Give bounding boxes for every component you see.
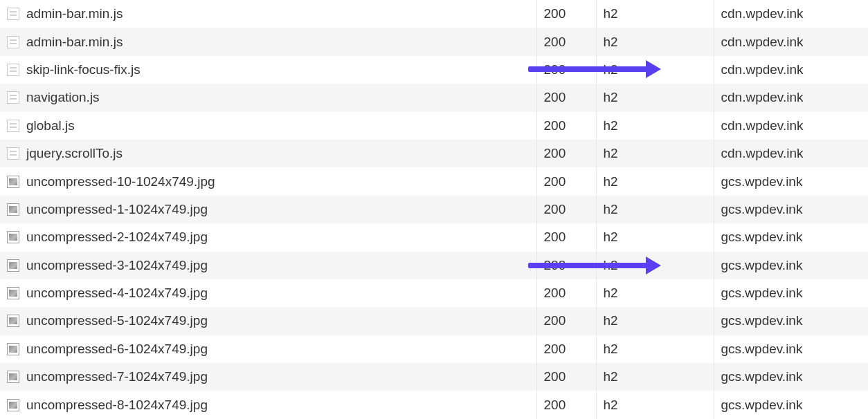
request-domain: gcs.wpdev.ink bbox=[714, 279, 868, 307]
request-name: uncompressed-3-1024x749.jpg bbox=[26, 258, 208, 273]
request-protocol: h2 bbox=[596, 391, 714, 418]
request-name: uncompressed-4-1024x749.jpg bbox=[26, 286, 208, 301]
request-status: 200 bbox=[536, 279, 596, 307]
table-row[interactable]: uncompressed-4-1024x749.jpg 200 h2 gcs.w… bbox=[0, 279, 868, 307]
image-file-icon bbox=[7, 287, 19, 299]
request-domain: gcs.wpdev.ink bbox=[714, 196, 868, 223]
request-protocol: h2 bbox=[596, 84, 714, 111]
request-status: 200 bbox=[536, 307, 596, 335]
request-domain: gcs.wpdev.ink bbox=[714, 223, 868, 251]
request-status: 200 bbox=[536, 0, 596, 28]
request-name: uncompressed-10-1024x749.jpg bbox=[26, 174, 215, 189]
request-protocol: h2 bbox=[596, 140, 714, 167]
table-row[interactable]: admin-bar.min.js 200 h2 cdn.wpdev.ink bbox=[0, 28, 868, 55]
request-domain: gcs.wpdev.ink bbox=[714, 307, 868, 335]
image-file-icon bbox=[7, 259, 19, 272]
table-row[interactable]: uncompressed-5-1024x749.jpg 200 h2 gcs.w… bbox=[0, 307, 868, 335]
request-domain: gcs.wpdev.ink bbox=[714, 363, 868, 391]
request-protocol: h2 bbox=[596, 335, 714, 363]
image-file-icon bbox=[7, 176, 19, 188]
request-protocol: h2 bbox=[596, 28, 714, 55]
request-name: admin-bar.min.js bbox=[26, 35, 123, 50]
request-domain: cdn.wpdev.ink bbox=[714, 56, 868, 84]
table-row[interactable]: uncompressed-8-1024x749.jpg 200 h2 gcs.w… bbox=[0, 391, 868, 418]
table-row[interactable]: uncompressed-2-1024x749.jpg 200 h2 gcs.w… bbox=[0, 223, 868, 251]
image-file-icon bbox=[7, 399, 19, 411]
request-name: uncompressed-6-1024x749.jpg bbox=[26, 342, 208, 357]
request-domain: gcs.wpdev.ink bbox=[714, 335, 868, 363]
request-protocol: h2 bbox=[596, 307, 714, 335]
script-file-icon bbox=[7, 147, 19, 160]
request-status: 200 bbox=[536, 167, 596, 195]
request-name: uncompressed-2-1024x749.jpg bbox=[26, 230, 208, 245]
request-name: jquery.scrollTo.js bbox=[26, 146, 123, 161]
request-protocol: h2 bbox=[596, 223, 714, 251]
request-status: 200 bbox=[536, 363, 596, 391]
table-row[interactable]: uncompressed-3-1024x749.jpg 200 h2 gcs.w… bbox=[0, 252, 868, 279]
request-domain: gcs.wpdev.ink bbox=[714, 252, 868, 279]
annotation-arrow-icon bbox=[528, 263, 649, 268]
request-status: 200 bbox=[536, 140, 596, 167]
image-file-icon bbox=[7, 343, 19, 355]
script-file-icon bbox=[7, 64, 19, 76]
request-domain: cdn.wpdev.ink bbox=[714, 112, 868, 140]
script-file-icon bbox=[7, 120, 19, 132]
request-name: navigation.js bbox=[26, 90, 100, 105]
request-name: uncompressed-7-1024x749.jpg bbox=[26, 369, 208, 384]
request-protocol: h2 bbox=[596, 279, 714, 307]
request-domain: cdn.wpdev.ink bbox=[714, 28, 868, 55]
table-row[interactable]: uncompressed-1-1024x749.jpg 200 h2 gcs.w… bbox=[0, 196, 868, 223]
request-name: admin-bar.min.js bbox=[26, 6, 123, 21]
request-protocol: h2 bbox=[596, 196, 714, 223]
image-file-icon bbox=[7, 203, 19, 216]
script-file-icon bbox=[7, 91, 19, 104]
request-status: 200 bbox=[536, 196, 596, 223]
request-name: uncompressed-1-1024x749.jpg bbox=[26, 202, 208, 217]
annotation-arrow-icon bbox=[528, 66, 649, 72]
script-file-icon bbox=[7, 8, 19, 20]
request-protocol: h2 bbox=[596, 363, 714, 391]
request-protocol: h2 bbox=[596, 167, 714, 195]
request-domain: gcs.wpdev.ink bbox=[714, 391, 868, 418]
table-row[interactable]: uncompressed-7-1024x749.jpg 200 h2 gcs.w… bbox=[0, 363, 868, 391]
request-status: 200 bbox=[536, 28, 596, 55]
request-name: global.js bbox=[26, 118, 75, 133]
request-status: 200 bbox=[536, 391, 596, 418]
request-name: skip-link-focus-fix.js bbox=[26, 62, 141, 77]
request-status: 200 bbox=[536, 84, 596, 111]
request-name: uncompressed-5-1024x749.jpg bbox=[26, 313, 208, 328]
request-status: 200 bbox=[536, 335, 596, 363]
image-file-icon bbox=[7, 231, 19, 243]
request-status: 200 bbox=[536, 223, 596, 251]
image-file-icon bbox=[7, 371, 19, 383]
table-row[interactable]: jquery.scrollTo.js 200 h2 cdn.wpdev.ink bbox=[0, 140, 868, 167]
image-file-icon bbox=[7, 315, 19, 327]
table-row[interactable]: admin-bar.min.js 200 h2 cdn.wpdev.ink bbox=[0, 0, 868, 28]
table-row[interactable]: skip-link-focus-fix.js 200 h2 cdn.wpdev.… bbox=[0, 56, 868, 84]
request-name: uncompressed-8-1024x749.jpg bbox=[26, 398, 208, 413]
table-row[interactable]: uncompressed-10-1024x749.jpg 200 h2 gcs.… bbox=[0, 167, 868, 195]
request-protocol: h2 bbox=[596, 0, 714, 28]
table-row[interactable]: navigation.js 200 h2 cdn.wpdev.ink bbox=[0, 84, 868, 111]
request-domain: cdn.wpdev.ink bbox=[714, 140, 868, 167]
table-row[interactable]: uncompressed-6-1024x749.jpg 200 h2 gcs.w… bbox=[0, 335, 868, 363]
request-status: 200 bbox=[536, 112, 596, 140]
network-requests-table: admin-bar.min.js 200 h2 cdn.wpdev.ink ad… bbox=[0, 0, 868, 419]
request-domain: cdn.wpdev.ink bbox=[714, 84, 868, 111]
request-protocol: h2 bbox=[596, 112, 714, 140]
request-domain: gcs.wpdev.ink bbox=[714, 167, 868, 195]
table-row[interactable]: global.js 200 h2 cdn.wpdev.ink bbox=[0, 112, 868, 140]
script-file-icon bbox=[7, 36, 19, 48]
request-domain: cdn.wpdev.ink bbox=[714, 0, 868, 28]
